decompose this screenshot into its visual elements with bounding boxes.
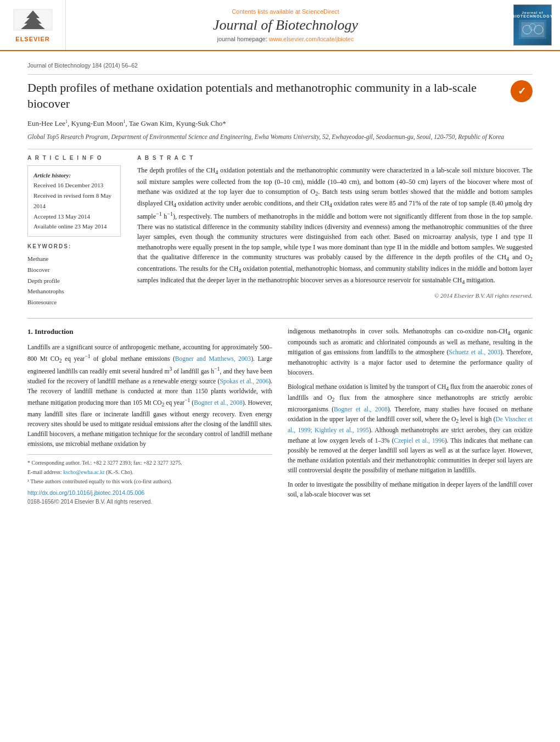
elsevier-label: ELSEVIER bbox=[15, 36, 49, 42]
svg-rect-2 bbox=[522, 23, 544, 37]
elsevier-logo-area: ELSEVIER bbox=[0, 0, 66, 50]
info-divider bbox=[27, 149, 533, 149]
intro-para-right-3: In order to investigate the possibility … bbox=[288, 479, 533, 499]
footnotes-section: * Corresponding author. Tel.: +82 2 3277… bbox=[27, 454, 272, 486]
doi-line[interactable]: http://dx.doi.org/10.1016/j.jbiotec.2014… bbox=[27, 488, 272, 498]
sciencedirect-text[interactable]: Contents lists available at ScienceDirec… bbox=[232, 8, 339, 15]
ref-schuetz[interactable]: Schuetz et al., 2003 bbox=[449, 349, 501, 355]
article-content: Journal of Biotechnology 184 (2014) 56–6… bbox=[0, 51, 560, 517]
abstract-col: A B S T R A C T The depth profiles of th… bbox=[137, 155, 533, 308]
accepted-date: Accepted 13 May 2014 bbox=[33, 211, 115, 222]
abstract-text: The depth profiles of the CH4 oxidation … bbox=[137, 165, 533, 287]
equal-contrib-footnote: ¹ These authors contributed equally to t… bbox=[27, 477, 272, 486]
journal-issue-line: Journal of Biotechnology 184 (2014) 56–6… bbox=[27, 62, 533, 69]
affiliation-line: Global Top5 Research Program, Department… bbox=[27, 132, 533, 141]
article-history-label: Article history: bbox=[33, 172, 71, 178]
author-4: Kyung-Suk Cho* bbox=[176, 119, 226, 127]
keyword-biocover: Biocover bbox=[27, 265, 121, 276]
article-title-section: Depth profiles of methane oxidation pote… bbox=[27, 80, 533, 111]
keyword-bioresource: Bioresource bbox=[27, 297, 121, 308]
intro-para-right-2: Biological methane oxidation is limited … bbox=[288, 382, 533, 475]
article-info-box: Article history: Received 16 December 20… bbox=[27, 165, 121, 237]
available-date: Available online 23 May 2014 bbox=[33, 221, 115, 232]
article-info-abstract-section: A R T I C L E I N F O Article history: R… bbox=[27, 155, 533, 308]
body-left-col: 1. Introduction Landfills are a signific… bbox=[27, 326, 272, 506]
two-col-body: 1. Introduction Landfills are a signific… bbox=[27, 326, 533, 506]
corresponding-footnote: * Corresponding author. Tel.: +82 2 3277… bbox=[27, 458, 272, 467]
article-info-title: A R T I C L E I N F O bbox=[27, 155, 121, 161]
title-divider bbox=[27, 74, 533, 75]
abstract-title: A B S T R A C T bbox=[137, 155, 533, 161]
intro-para-1: Landfills are a significant source of an… bbox=[27, 342, 272, 449]
author-3: Tae Gwan Kim, bbox=[129, 119, 176, 127]
body-right-col: indigenous methanotrophs in cover soils.… bbox=[288, 326, 533, 506]
keyword-methanotrophs: Methanotrophs bbox=[27, 286, 121, 297]
author-2: Kyung-Eun Moon1, bbox=[71, 119, 128, 127]
authors-line: Eun-Hee Lee1, Kyung-Eun Moon1, Tae Gwan … bbox=[27, 118, 533, 129]
keyword-methane: Methane bbox=[27, 254, 121, 265]
issn-line: 0168-1656/© 2014 Elsevier B.V. All right… bbox=[27, 498, 272, 506]
journal-cover-image: Journal of BIOTECHNOLOGY bbox=[513, 4, 552, 46]
keyword-depth-profile: Depth profile bbox=[27, 276, 121, 287]
top-header: ELSEVIER Contents lists available at Sci… bbox=[0, 0, 560, 51]
journal-homepage-text: journal homepage: www.elsevier.com/locat… bbox=[217, 36, 354, 42]
article-title: Depth profiles of methane oxidation pote… bbox=[27, 80, 511, 111]
article-info-col: A R T I C L E I N F O Article history: R… bbox=[27, 155, 121, 308]
intro-para-right-1: indigenous methanotrophs in cover soils.… bbox=[288, 326, 533, 377]
header-center: Contents lists available at ScienceDirec… bbox=[66, 0, 505, 50]
email-footnote: E-mail address: kscho@ewha.ac.kr (K.-S. … bbox=[27, 467, 272, 477]
doi-link[interactable]: http://dx.doi.org/10.1016/j.jbiotec.2014… bbox=[27, 489, 144, 496]
elsevier-logo-icon bbox=[11, 8, 55, 36]
revised-date: Received in revised form 8 May 2014 bbox=[33, 191, 115, 211]
author-1: Eun-Hee Lee1, bbox=[27, 119, 71, 127]
intro-heading: 1. Introduction bbox=[27, 326, 272, 338]
keywords-section: Keywords: Methane Biocover Depth profile… bbox=[27, 243, 121, 308]
ref-bogner-matthews[interactable]: Bogner and Matthews, 2003 bbox=[175, 355, 251, 362]
ref-devisscher[interactable]: De Visscher et al., 1999; Kightley et al… bbox=[288, 416, 533, 433]
ref-bogner-2008b[interactable]: Bogner et al., 2008 bbox=[334, 406, 388, 412]
sciencedirect-link-text[interactable]: ScienceDirect bbox=[302, 8, 339, 15]
journal-title-header: Journal of Biotechnology bbox=[213, 17, 358, 34]
crossmark-badge: ✓ bbox=[511, 80, 533, 102]
journal-homepage-link[interactable]: www.elsevier.com/locate/jbiotec bbox=[269, 36, 354, 42]
body-section: 1. Introduction Landfills are a signific… bbox=[27, 318, 533, 506]
email-link[interactable]: kscho@ewha.ac.kr bbox=[63, 469, 105, 475]
journal-cover-area: Journal of BIOTECHNOLOGY bbox=[505, 0, 560, 50]
svg-text:✓: ✓ bbox=[518, 86, 526, 97]
received-date: Received 16 December 2013 bbox=[33, 180, 115, 191]
ref-spokas[interactable]: Spokas et al., 2006 bbox=[220, 378, 268, 384]
ref-czepiel[interactable]: Czepiel et al., 1996 bbox=[394, 437, 445, 444]
ref-bogner-2008[interactable]: Bogner et al., 2008 bbox=[194, 399, 242, 406]
copyright-line: © 2014 Elsevier B.V. All rights reserved… bbox=[137, 292, 533, 299]
keywords-label: Keywords: bbox=[27, 243, 121, 249]
